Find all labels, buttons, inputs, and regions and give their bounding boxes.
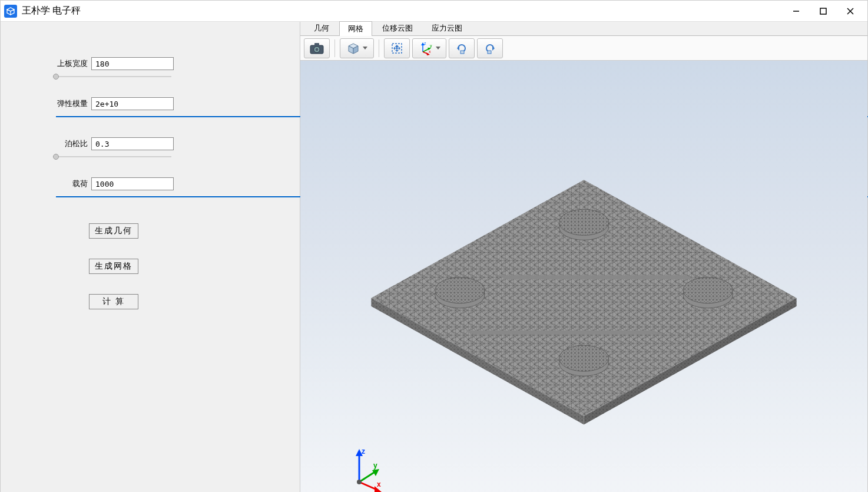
svg-marker-13 xyxy=(395,50,399,52)
fit-view-button[interactable] xyxy=(384,38,410,58)
svg-point-53 xyxy=(559,209,608,235)
svg-rect-28 xyxy=(488,51,491,54)
rotate-cw-button[interactable] xyxy=(477,38,503,58)
svg-point-55 xyxy=(435,278,485,303)
svg-text:z: z xyxy=(362,447,365,455)
rotate-ccw-button[interactable] xyxy=(449,38,475,58)
view-cube-button[interactable] xyxy=(340,38,374,58)
svg-marker-15 xyxy=(399,47,400,50)
load-label: 载荷 xyxy=(52,179,88,189)
chevron-down-icon xyxy=(363,47,367,49)
svg-marker-43 xyxy=(494,275,697,279)
viewport-3d[interactable]: z y x xyxy=(300,61,867,492)
app-icon xyxy=(4,5,17,18)
svg-text:x: x xyxy=(429,49,431,54)
svg-point-66 xyxy=(357,480,362,484)
modulus-input[interactable] xyxy=(91,97,174,110)
svg-rect-2 xyxy=(820,8,826,14)
svg-text:z: z xyxy=(424,41,426,45)
poisson-label: 泊松比 xyxy=(52,138,88,149)
svg-rect-26 xyxy=(460,51,464,54)
maximize-button[interactable] xyxy=(810,1,837,22)
modulus-slider[interactable] xyxy=(56,114,171,120)
svg-point-54 xyxy=(683,278,733,303)
tab-bar: 几何 网格 位移云图 应力云图 xyxy=(300,22,867,36)
load-slider[interactable] xyxy=(56,194,171,200)
svg-text:y: y xyxy=(373,461,377,470)
width-input[interactable] xyxy=(91,57,174,70)
sidebar: 上板宽度 弹性模量 xyxy=(1,22,300,492)
svg-rect-6 xyxy=(314,43,319,46)
axis-triad: z y x xyxy=(347,447,383,482)
window-title: 王朴学 电子秤 xyxy=(22,5,81,17)
generate-geometry-button[interactable]: 生成几何 xyxy=(89,223,138,239)
width-slider[interactable] xyxy=(56,74,171,80)
tab-mesh[interactable]: 网格 xyxy=(339,21,372,36)
svg-line-60 xyxy=(359,471,376,482)
svg-point-56 xyxy=(559,345,608,371)
svg-point-8 xyxy=(316,48,319,51)
camera-button[interactable] xyxy=(304,38,330,58)
svg-marker-14 xyxy=(393,47,395,50)
chevron-down-icon xyxy=(436,47,440,49)
toolbar: z y x xyxy=(300,36,867,61)
compute-button[interactable]: 计 算 xyxy=(89,294,138,309)
close-button[interactable] xyxy=(837,1,864,22)
minimize-button[interactable] xyxy=(783,1,810,22)
svg-text:x: x xyxy=(377,480,381,488)
titlebar: 王朴学 电子秤 xyxy=(1,1,867,22)
poisson-input[interactable] xyxy=(91,137,174,150)
svg-text:y: y xyxy=(430,44,432,48)
svg-marker-44 xyxy=(462,331,665,335)
tab-displacement[interactable]: 位移云图 xyxy=(373,21,422,35)
svg-marker-12 xyxy=(395,45,399,47)
generate-mesh-button[interactable]: 生成网格 xyxy=(89,259,138,274)
axes-orientation-button[interactable]: z y x xyxy=(412,38,446,58)
tab-geometry[interactable]: 几何 xyxy=(305,21,338,35)
poisson-slider[interactable] xyxy=(56,154,171,160)
modulus-label: 弹性模量 xyxy=(52,98,88,109)
load-input[interactable] xyxy=(91,177,174,190)
width-label: 上板宽度 xyxy=(52,58,88,69)
tab-stress[interactable]: 应力云图 xyxy=(423,21,471,35)
main-panel: 几何 网格 位移云图 应力云图 xyxy=(300,22,867,492)
